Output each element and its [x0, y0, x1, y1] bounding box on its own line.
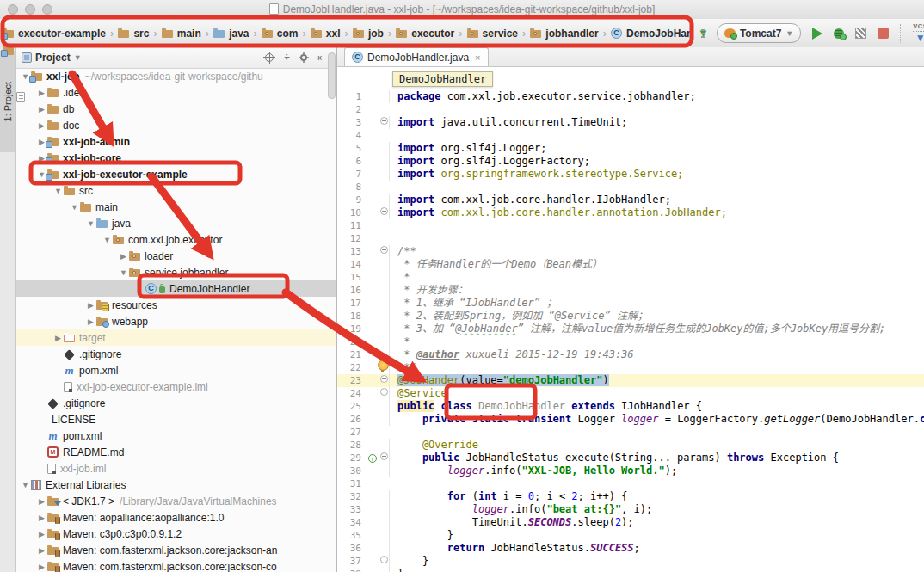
fold-marker-icon[interactable] — [379, 116, 389, 129]
tree-item-maven-com-fasterxml-jackson-core-jackson-an[interactable]: ▶Maven: com.fasterxml.jackson.core:jacks… — [16, 542, 336, 558]
tree-expand-icon[interactable]: ▶ — [118, 252, 129, 261]
code-line-29[interactable]: 29↑ public JobHandleStatus execute(Strin… — [337, 452, 924, 464]
run-button[interactable] — [812, 28, 822, 40]
tree-expand-icon[interactable]: ▶ — [36, 514, 47, 522]
navigate-down-icon[interactable]: ▼ — [698, 28, 705, 39]
tree-expand-icon[interactable]: ▶ — [36, 563, 47, 571]
tree-item-xxl-job[interactable]: ▼xxl-job~/workspaces/idea-git-workspace/… — [16, 68, 336, 84]
tree-item-maven-c3p0-c3p0-0-9-1-2[interactable]: ▶Maven: c3p0:c3p0:0.9.1.2 — [16, 526, 336, 542]
code-line-21[interactable]: 21 * @author xuxueli 2015-12-19 19:43:36 — [337, 348, 924, 361]
tree-item-doc[interactable]: ▶doc — [16, 117, 336, 133]
breadcrumb-item-executor-example[interactable]: executor-example — [3, 28, 106, 40]
code-line-11[interactable]: 11 — [337, 219, 924, 232]
code-line-24[interactable]: 24@Service — [337, 387, 924, 400]
code-line-22[interactable]: 22 */ — [337, 361, 924, 374]
tree-expand-icon[interactable]: ▶ — [36, 89, 47, 97]
code-line-33[interactable]: 33 logger.info("beat at:{}", i); — [337, 503, 924, 516]
tree-expand-icon[interactable]: ▶ — [36, 530, 47, 538]
fold-marker-icon[interactable] — [379, 387, 389, 400]
project-tool-window-button[interactable]: 1: Project — [0, 51, 15, 152]
tree-expand-icon[interactable]: ▼ — [118, 268, 129, 277]
tree-item-main[interactable]: ▼main — [16, 199, 336, 215]
tree-item-maven-com-fasterxml-jackson-core-jackson-co[interactable]: ▶Maven: com.fasterxml.jackson.core:jacks… — [16, 558, 336, 572]
tree-expand-icon[interactable]: ▼ — [52, 187, 64, 195]
tree-item-maven-aopalliance-aopalliance-1-0[interactable]: ▶Maven: aopalliance:aopalliance:1.0 — [16, 509, 336, 526]
fold-marker-icon[interactable] — [379, 374, 389, 387]
code-line-8[interactable]: 8 — [337, 181, 924, 194]
code-line-26[interactable]: 26 private static transient Logger logge… — [337, 413, 924, 426]
code-line-14[interactable]: 14 * 任务Handler的一个Demo（Bean模式） — [337, 258, 924, 271]
project-panel-title[interactable]: Project — [35, 52, 71, 64]
code-line-37[interactable]: 37 } — [337, 555, 924, 568]
tree-item-demojobhandler[interactable]: CDemoJobHandler — [16, 280, 336, 297]
fold-marker-icon[interactable] — [379, 452, 389, 464]
code-line-35[interactable]: 35 } — [337, 529, 924, 542]
tree-expand-icon[interactable]: ▼ — [102, 236, 113, 244]
code-area[interactable]: 1package com.xxl.job.executor.service.jo… — [337, 66, 924, 572]
tree-expand-icon[interactable]: ▶ — [52, 334, 64, 342]
settings-gear-icon[interactable] — [300, 54, 307, 61]
tree-expand-icon[interactable]: ▼ — [20, 481, 31, 489]
tree-item-idea[interactable]: ▶.idea — [16, 84, 336, 101]
tree-expand-icon[interactable]: ▼ — [69, 203, 80, 212]
tree-item-xxl-job-executor-example[interactable]: ▼xxl-job-executor-example — [16, 166, 336, 182]
fold-marker-icon[interactable] — [379, 206, 389, 219]
code-line-19[interactable]: 19 * 3、加 “@JobHander” 注解，注解value值为新增任务生成… — [337, 323, 924, 335]
code-line-32[interactable]: 32 for (int i = 0; i < 2; i++) { — [337, 490, 924, 503]
breadcrumb-item-com[interactable]: com — [262, 28, 299, 40]
collapse-all-icon[interactable]: ÷ — [284, 52, 290, 64]
fold-marker-icon[interactable] — [379, 245, 389, 258]
code-line-1[interactable]: 1package com.xxl.job.executor.service.jo… — [337, 90, 924, 103]
code-line-13[interactable]: 13/** — [337, 245, 924, 258]
vcs-update-button[interactable]: VCS▼ — [913, 23, 924, 43]
code-line-25[interactable]: 25public class DemoJobHandler extends IJ… — [337, 400, 924, 413]
tree-item-gitignore[interactable]: .gitignore — [16, 395, 336, 411]
code-line-2[interactable]: 2 — [337, 103, 924, 116]
code-line-18[interactable]: 18 * 2、装配到Spring，例如加 “@Service” 注解； — [337, 310, 924, 323]
tree-item-xxl-job-iml[interactable]: xxl-job.iml — [16, 460, 336, 477]
tree-expand-icon[interactable]: ▶ — [85, 317, 96, 326]
breadcrumb-item-jobhandler[interactable]: jobhandler — [530, 28, 598, 40]
run-with-coverage-button[interactable] — [855, 28, 866, 39]
intention-bulb-icon[interactable] — [378, 360, 389, 371]
code-line-6[interactable]: 6import org.slf4j.LoggerFactory; — [337, 155, 924, 168]
tree-item-db[interactable]: ▶db — [16, 101, 336, 117]
code-line-12[interactable]: 12 — [337, 232, 924, 245]
tree-expand-icon[interactable]: ▼ — [85, 219, 96, 228]
tree-item-src[interactable]: ▼src — [16, 182, 336, 199]
code-line-16[interactable]: 16 * 开发步骤： — [337, 284, 924, 297]
code-line-15[interactable]: 15 * — [337, 271, 924, 284]
tree-item-license[interactable]: LICENSE — [16, 411, 336, 427]
locate-icon[interactable] — [265, 53, 274, 62]
tree-expand-icon[interactable]: ▶ — [36, 105, 47, 114]
code-line-28[interactable]: 28 @Override — [337, 439, 924, 452]
tree-item-xxl-job-admin[interactable]: ▶xxl-job-admin — [16, 133, 336, 150]
tree-item-external-libraries[interactable]: ▼External Libraries — [16, 477, 336, 493]
tree-item-xxl-job-core[interactable]: ▶xxl-job-core — [16, 150, 336, 166]
code-line-17[interactable]: 17 * 1、继承 “IJobHandler” ； — [337, 297, 924, 310]
override-marker-icon[interactable]: ↑ — [367, 454, 379, 463]
tree-item-service-jobhandler[interactable]: ▼service.jobhandler — [16, 264, 336, 280]
breadcrumb-item-java[interactable]: java — [213, 28, 249, 40]
breadcrumb-item-demojobhandler[interactable]: CDemoJobHandler — [611, 28, 691, 40]
code-line-20[interactable]: 20 * — [337, 335, 924, 348]
stop-button[interactable] — [878, 28, 889, 39]
tree-item-loader[interactable]: ▶loader — [16, 248, 336, 264]
breadcrumb-item-src[interactable]: src — [118, 28, 149, 40]
tree-item-webapp[interactable]: ▶webapp — [16, 313, 336, 329]
code-line-5[interactable]: 5import org.slf4j.Logger; — [337, 142, 924, 155]
tree-item-pom-xml[interactable]: mpom.xml — [16, 362, 336, 378]
tree-item-resources[interactable]: ▶resources — [16, 297, 336, 313]
tab-demojobhandler[interactable]: C DemoJobHandler.java × — [344, 47, 489, 66]
code-line-4[interactable]: 4 — [337, 129, 924, 142]
code-line-9[interactable]: 9import com.xxl.job.core.handler.IJobHan… — [337, 194, 924, 206]
tree-item-readme-md[interactable]: MREADME.md — [16, 444, 336, 460]
tree-expand-icon[interactable]: ▶ — [85, 301, 96, 310]
breadcrumb-item-main[interactable]: main — [162, 28, 201, 40]
code-line-3[interactable]: 3import java.util.concurrent.TimeUnit; — [337, 116, 924, 129]
fold-marker-icon[interactable] — [379, 555, 389, 568]
code-line-34[interactable]: 34 TimeUnit.SECONDS.sleep(2); — [337, 516, 924, 529]
tree-item-target[interactable]: ▶target — [16, 329, 336, 346]
run-configuration-select[interactable]: Tomcat7 ▼ — [717, 23, 801, 43]
code-line-23[interactable]: 23@JobHander(value="demoJobHandler") — [337, 374, 924, 387]
